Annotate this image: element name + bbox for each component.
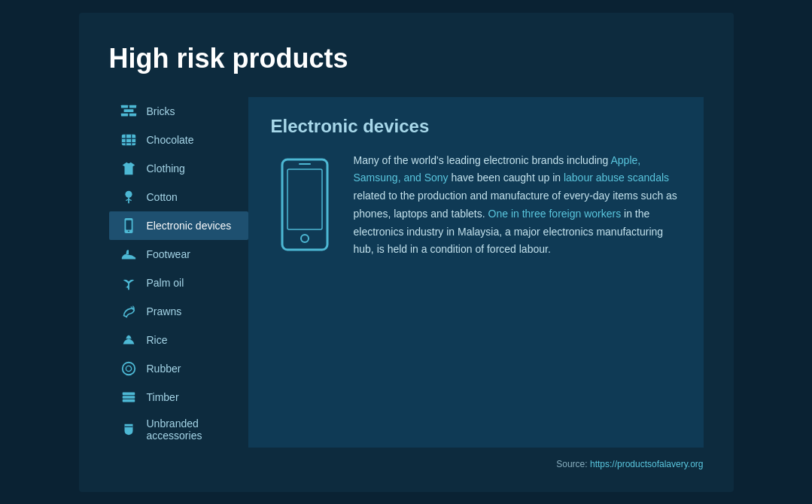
svg-point-16 bbox=[128, 230, 129, 232]
sidebar-label-cotton: Cotton bbox=[147, 191, 178, 203]
chocolate-icon bbox=[118, 132, 139, 148]
panel-body: Many of the world's leading electronic b… bbox=[271, 152, 681, 260]
svg-point-10 bbox=[125, 190, 132, 197]
phone-svg-icon bbox=[278, 156, 331, 254]
svg-rect-15 bbox=[126, 220, 131, 229]
svg-rect-25 bbox=[122, 392, 135, 395]
phone-illustration bbox=[271, 152, 339, 260]
sidebar-item-cotton[interactable]: Cotton bbox=[109, 183, 248, 211]
sidebar-item-electronic-devices[interactable]: Electronic devices bbox=[109, 211, 248, 240]
svg-rect-24 bbox=[122, 399, 135, 402]
svg-rect-2 bbox=[123, 109, 133, 112]
svg-rect-1 bbox=[129, 105, 135, 108]
timber-icon bbox=[118, 389, 139, 405]
source-url[interactable]: https://productsofalavery.org bbox=[590, 459, 704, 469]
sidebar-item-rubber[interactable]: Rubber bbox=[109, 354, 248, 383]
source-label: Source: bbox=[556, 459, 587, 469]
svg-rect-27 bbox=[282, 159, 327, 250]
svg-rect-5 bbox=[121, 134, 135, 145]
sidebar-label-unbranded-accessories: Unbranded accessories bbox=[147, 417, 239, 442]
svg-rect-0 bbox=[120, 105, 127, 108]
sidebar-label-rice: Rice bbox=[147, 334, 168, 346]
text-before-link1: Many of the world's leading electronic b… bbox=[354, 154, 611, 166]
link-one-in-three[interactable]: One in three foreign workers bbox=[488, 208, 622, 220]
svg-point-22 bbox=[126, 366, 131, 371]
main-container: High risk products Bricks bbox=[79, 13, 734, 492]
text-after-link1: have been caught up in bbox=[449, 172, 564, 184]
rubber-icon bbox=[118, 360, 139, 377]
sidebar-label-timber: Timber bbox=[147, 391, 179, 403]
sidebar-item-chocolate[interactable]: Chocolate bbox=[109, 126, 248, 154]
palmoil-icon bbox=[118, 275, 139, 291]
rice-icon bbox=[118, 332, 139, 348]
sidebar-label-clothing: Clothing bbox=[147, 162, 185, 175]
bricks-icon bbox=[118, 103, 139, 120]
panel-title: Electronic devices bbox=[271, 116, 681, 137]
panel-description: Many of the world's leading electronic b… bbox=[354, 152, 681, 260]
sidebar: Bricks Chocolate bbox=[109, 97, 248, 448]
svg-rect-23 bbox=[122, 396, 135, 399]
sidebar-item-rice[interactable]: Rice bbox=[109, 326, 248, 354]
sidebar-item-unbranded-accessories[interactable]: Unbranded accessories bbox=[109, 411, 248, 448]
sidebar-label-chocolate: Chocolate bbox=[147, 134, 194, 146]
link-labour-abuse[interactable]: labour abuse scandals bbox=[564, 172, 669, 184]
sidebar-item-prawns[interactable]: Prawns bbox=[109, 297, 248, 326]
svg-rect-4 bbox=[129, 113, 135, 116]
sidebar-label-electronic-devices: Electronic devices bbox=[147, 220, 232, 232]
electronic-icon bbox=[118, 217, 139, 234]
page-title: High risk products bbox=[109, 43, 704, 74]
sidebar-label-footwear: Footwear bbox=[147, 248, 190, 260]
sidebar-item-bricks[interactable]: Bricks bbox=[109, 97, 248, 126]
footwear-icon bbox=[118, 246, 139, 263]
sidebar-item-timber[interactable]: Timber bbox=[109, 383, 248, 411]
clothing-icon bbox=[118, 160, 139, 177]
svg-rect-28 bbox=[287, 169, 322, 229]
cotton-icon bbox=[118, 189, 139, 205]
sidebar-label-rubber: Rubber bbox=[147, 363, 181, 375]
sidebar-label-prawns: Prawns bbox=[147, 305, 182, 317]
sidebar-item-clothing[interactable]: Clothing bbox=[109, 154, 248, 183]
sidebar-item-palm-oil[interactable]: Palm oil bbox=[109, 269, 248, 297]
content-area: Bricks Chocolate bbox=[109, 97, 704, 448]
svg-point-29 bbox=[301, 235, 309, 242]
sidebar-item-footwear[interactable]: Footwear bbox=[109, 240, 248, 269]
svg-point-21 bbox=[122, 362, 135, 375]
prawns-icon bbox=[118, 303, 139, 320]
sidebar-label-palm-oil: Palm oil bbox=[147, 277, 184, 289]
source-line: Source: https://productsofalavery.org bbox=[109, 459, 704, 469]
svg-line-19 bbox=[130, 306, 132, 308]
svg-rect-3 bbox=[120, 113, 127, 116]
main-panel: Electronic devices Many of the world's l… bbox=[248, 97, 704, 448]
accessories-icon bbox=[118, 421, 139, 438]
sidebar-label-bricks: Bricks bbox=[147, 105, 175, 117]
